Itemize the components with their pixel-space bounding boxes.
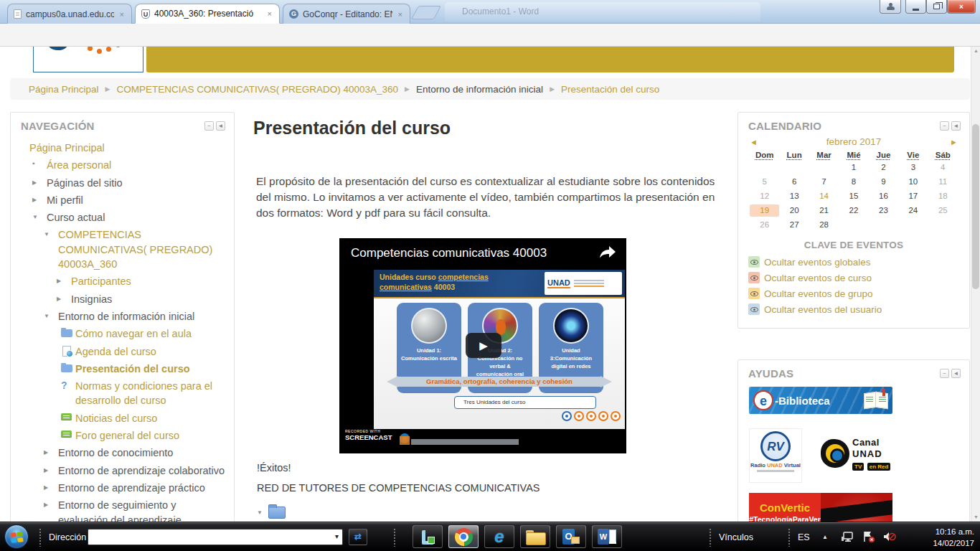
eye-icon[interactable] xyxy=(748,272,760,283)
taskbar-word-button[interactable] xyxy=(592,525,622,548)
background-window-word[interactable]: Documento1 - Word xyxy=(445,2,760,22)
calendar-day[interactable]: 20 xyxy=(779,204,809,217)
collapse-block-icon[interactable]: − xyxy=(940,369,949,378)
tab-goconqr[interactable]: G GoConqr - Editando: ENT × xyxy=(283,4,410,24)
calendar-day[interactable]: 25 xyxy=(928,204,958,217)
page-scrollbar[interactable]: ▲ ▼ xyxy=(971,47,980,522)
restore-button[interactable] xyxy=(926,0,947,14)
nav-item[interactable]: ▶Entorno de conocimiento xyxy=(17,446,228,460)
calendar-day[interactable]: 1 xyxy=(839,161,868,174)
minimize-button[interactable] xyxy=(905,0,926,14)
breadcrumb-link[interactable]: COMPETENCIAS COMUNICATIVAS( PREGRADO) 40… xyxy=(116,84,398,95)
taskbar-chrome-button[interactable] xyxy=(448,525,479,548)
tri-r-icon[interactable]: ▶ xyxy=(44,446,58,460)
folder-resource[interactable]: ▼ xyxy=(257,507,286,519)
dock-block-icon[interactable]: ◄ xyxy=(951,121,961,131)
scroll-down-icon[interactable]: ▼ xyxy=(971,513,980,522)
tri-d-icon[interactable]: ▼ xyxy=(44,227,58,271)
nav-item[interactable]: ▶Entorno de aprendizaje práctico xyxy=(17,481,228,495)
go-button[interactable]: ⇄ xyxy=(349,529,367,545)
calendar-day[interactable]: 4 xyxy=(928,161,958,174)
calendar-day[interactable]: 7 xyxy=(809,176,839,188)
nav-item[interactable]: Noticias del curso xyxy=(17,411,228,425)
calendar-day[interactable]: 26 xyxy=(750,219,779,231)
taskbar-lync-button[interactable] xyxy=(413,525,443,548)
calendar-day[interactable]: 24 xyxy=(898,204,928,217)
event-toggle-label[interactable]: Ocultar eventos del usuario xyxy=(764,304,882,315)
calendar-day[interactable]: 23 xyxy=(869,204,898,217)
radio-unad-banner[interactable]: RV Radio UNAD Virtual xyxy=(749,428,802,483)
taskbar-outlook-button[interactable] xyxy=(556,525,586,548)
dock-block-icon[interactable]: ◄ xyxy=(951,369,961,378)
event-toggle[interactable]: Ocultar eventos de curso xyxy=(748,272,969,283)
calendar-day[interactable]: 21 xyxy=(809,204,839,217)
calendar-day[interactable]: 22 xyxy=(839,204,868,217)
volume-muted-icon[interactable] xyxy=(882,531,896,545)
calendar-day[interactable]: 16 xyxy=(869,190,898,202)
folder-icon[interactable] xyxy=(268,507,286,519)
profile-button[interactable] xyxy=(880,0,901,14)
eye-icon[interactable] xyxy=(748,303,760,315)
nav-item[interactable]: ▶Mi perfil xyxy=(17,193,228,207)
nav-item[interactable]: Cómo navegar en el aula xyxy=(17,326,228,341)
video-player[interactable]: Competencias comunicativas 40003 Unidade… xyxy=(339,238,626,453)
event-toggle-label[interactable]: Ocultar eventos globales xyxy=(764,257,871,268)
nav-item[interactable]: ▶Entorno de aprendizaje colaborativo xyxy=(17,463,228,478)
dock-block-icon[interactable]: ◄ xyxy=(216,121,225,131)
taskbar-address-input[interactable]: ▾ xyxy=(88,529,343,545)
tab-close-icon[interactable]: × xyxy=(118,10,126,19)
event-toggle-label[interactable]: Ocultar eventos de grupo xyxy=(764,288,873,299)
calendar-day[interactable]: 15 xyxy=(839,190,868,202)
tri-r-icon[interactable]: ▶ xyxy=(44,463,58,478)
calendar-day[interactable]: 14 xyxy=(809,190,839,202)
calendar-day[interactable]: 17 xyxy=(898,190,928,202)
nav-item[interactable]: ▪Área personal xyxy=(17,158,228,172)
tab-active-presentacion[interactable]: U 40003A_360: Presentació × xyxy=(135,4,280,24)
taskbar-clock[interactable]: 10:16 a.m. 14/02/2017 xyxy=(933,527,974,549)
taskbar-ie-button[interactable]: e xyxy=(484,525,514,548)
video-title[interactable]: Competencias comunicativas 40003 xyxy=(351,246,547,260)
collapse-block-icon[interactable]: − xyxy=(204,121,214,131)
nav-item[interactable]: Página Principal xyxy=(17,141,228,155)
nav-item[interactable]: ▶Insignias xyxy=(17,292,228,306)
tab-campus0a[interactable]: campus0a.unad.edu.co/c × xyxy=(7,4,132,24)
calendar-day[interactable]: 19 xyxy=(750,204,779,217)
toolbar-grip[interactable] xyxy=(709,528,712,547)
language-indicator[interactable]: ES xyxy=(798,532,810,542)
tri-d-icon[interactable]: ▼ xyxy=(32,210,47,225)
toolbar-grip[interactable] xyxy=(788,528,791,547)
eye-icon[interactable] xyxy=(748,288,760,299)
nav-item[interactable]: ▶Participantes xyxy=(17,274,228,288)
calendar-day[interactable]: 10 xyxy=(898,176,928,188)
collapse-block-icon[interactable]: − xyxy=(940,121,949,131)
nav-item[interactable]: ?Normas y condiciones para el desarrollo… xyxy=(17,379,228,408)
nav-item[interactable]: Presentación del curso xyxy=(17,362,228,376)
calendar-day[interactable]: 3 xyxy=(898,161,928,174)
collapse-triangle-icon[interactable]: ▼ xyxy=(257,509,263,516)
next-month-icon[interactable]: ► xyxy=(950,138,958,146)
tri-r-icon[interactable]: ▶ xyxy=(32,193,47,207)
share-icon[interactable] xyxy=(599,245,616,261)
calendar-day[interactable]: 11 xyxy=(928,176,958,188)
event-toggle-label[interactable]: Ocultar eventos de curso xyxy=(764,273,872,283)
dropdown-caret-icon[interactable]: ▾ xyxy=(335,532,339,540)
calendar-day[interactable]: 18 xyxy=(928,190,958,202)
network-icon[interactable] xyxy=(841,531,854,545)
canal-unad-banner[interactable]: Canal UNAD TV en Red xyxy=(819,431,893,476)
show-hidden-icons[interactable]: ▲ xyxy=(822,534,828,540)
tab-close-icon[interactable]: × xyxy=(397,10,404,19)
tri-r-icon[interactable]: ▶ xyxy=(57,274,71,288)
breadcrumb-link[interactable]: Presentación del curso xyxy=(561,84,659,95)
nav-item[interactable]: Agenda del curso xyxy=(17,344,228,359)
month-label[interactable]: febrero 2017 xyxy=(758,136,950,147)
nav-item[interactable]: ▶Entorno de seguimiento y evaluación del… xyxy=(17,498,228,522)
calendar-day[interactable]: 12 xyxy=(750,190,779,202)
tri-d-icon[interactable]: ▼ xyxy=(44,309,58,324)
calendar-day[interactable]: 5 xyxy=(750,176,779,188)
calendar-day[interactable]: 2 xyxy=(869,161,898,174)
prev-month-icon[interactable]: ◄ xyxy=(750,138,758,146)
event-toggle[interactable]: Ocultar eventos del usuario xyxy=(748,303,969,315)
calendar-day[interactable]: 28 xyxy=(809,219,839,231)
taskbar-explorer-button[interactable] xyxy=(520,525,550,548)
toolbar-grip[interactable] xyxy=(39,528,42,547)
